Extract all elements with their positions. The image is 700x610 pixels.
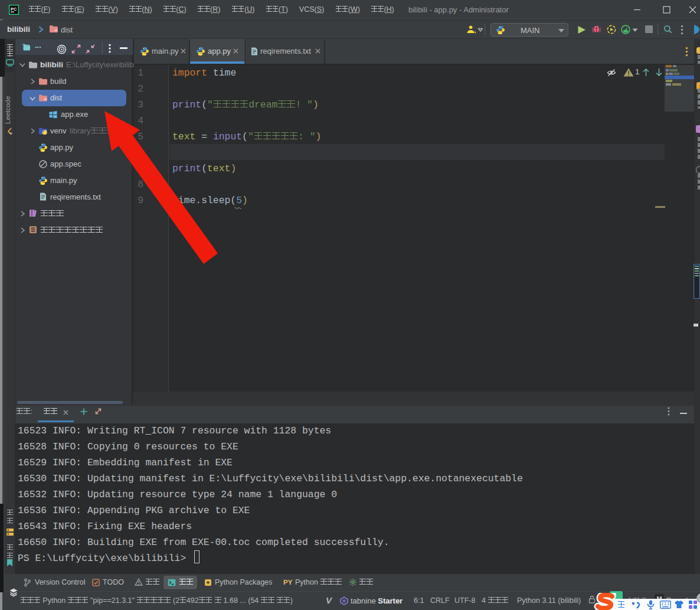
svg-text:PC: PC xyxy=(11,6,17,12)
